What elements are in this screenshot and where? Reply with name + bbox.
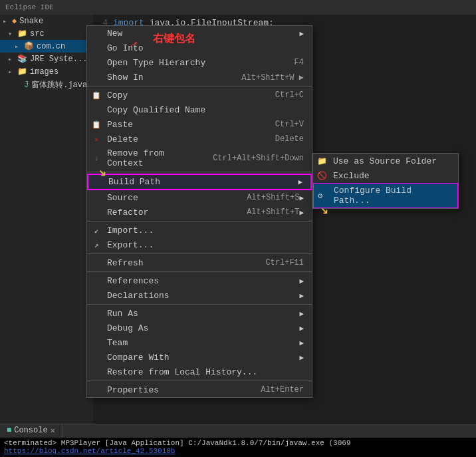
- menu-shortcut-delete: Delete: [275, 134, 304, 144]
- javafile-icon: J: [24, 80, 29, 90]
- console-tab[interactable]: ■ Console ✕: [0, 424, 62, 438]
- menu-item-typehierarchy[interactable]: Open Type Hierarchy F4: [87, 55, 312, 70]
- console-terminated-text: <terminated> MP3Player [Java Application…: [4, 439, 351, 447]
- menu-label-new: New: [107, 29, 299, 39]
- menu-item-export[interactable]: ↗ Export...: [87, 237, 312, 252]
- images-icon: 📁: [17, 67, 27, 76]
- tree-arrow-jre: ▸: [8, 55, 15, 63]
- menu-label-import: Import...: [107, 226, 304, 235]
- menu-shortcut-copy: Ctrl+C: [275, 90, 304, 100]
- menu-arrow-references: ▶: [299, 277, 304, 285]
- paste-icon: 📋: [91, 119, 102, 130]
- menu-arrow-debugas: ▶: [299, 324, 304, 333]
- menu-item-source[interactable]: Source Alt+Shift+S ▶: [87, 190, 312, 205]
- menu-label-properties: Properties: [107, 385, 247, 395]
- sidebar-label-src: src: [30, 29, 45, 39]
- menu-item-gointo[interactable]: Go Into: [87, 41, 312, 55]
- menu-label-delete: Delete: [107, 134, 262, 144]
- removefromcontext-icon: ↓: [91, 153, 102, 164]
- menu-item-refresh[interactable]: Refresh Ctrl+F11: [87, 255, 312, 270]
- menu-sep-5: [87, 271, 312, 272]
- menu-arrow-declarations: ▶: [299, 291, 304, 300]
- menu-arrow-source: ▶: [299, 194, 304, 202]
- menu-label-team: Team: [107, 338, 299, 348]
- menu-shortcut-source: Alt+Shift+S: [247, 193, 299, 202]
- sidebar-label-snake: Snake: [19, 17, 43, 26]
- menu-item-paste[interactable]: 📋 Paste Ctrl+V: [87, 117, 312, 132]
- console-link[interactable]: https://blog.csdn.net/article_42.53010b: [4, 447, 175, 455]
- menu-item-runas[interactable]: Run As ▶: [87, 306, 312, 321]
- menu-shortcut-paste: Ctrl+V: [275, 120, 304, 129]
- tree-arrow-images: ▸: [8, 68, 15, 76]
- sidebar-label-comcn: com.cn: [37, 42, 65, 51]
- tree-arrow-src: ▾: [8, 30, 15, 38]
- delete-icon: ✕: [91, 134, 102, 144]
- menu-label-refactor: Refactor: [107, 208, 233, 218]
- submenu-label-configurebuildpath: Configure Build Path...: [334, 186, 449, 206]
- menu-label-references: References: [107, 276, 299, 286]
- menu-label-removefromcontext: Remove from Context: [107, 148, 199, 168]
- menu-item-team[interactable]: Team ▶: [87, 335, 312, 350]
- sidebar-item-jre[interactable]: ▸ 📚 JRE Syste...: [0, 53, 93, 65]
- menu-item-showin[interactable]: Show In Alt+Shift+W ▶: [87, 70, 312, 84]
- menu-item-removefromcontext[interactable]: ↓ Remove from Context Ctrl+Alt+Shift+Dow…: [87, 146, 312, 170]
- sourcefolder-icon: 📁: [317, 156, 327, 166]
- menu-label-showin: Show In: [107, 73, 228, 82]
- menu-item-refactor[interactable]: Refactor Alt+Shift+T ▶: [87, 205, 312, 220]
- sidebar-label-jre: JRE Syste...: [30, 55, 87, 64]
- menu-item-new[interactable]: New ▶: [87, 26, 312, 41]
- menu-label-paste: Paste: [107, 120, 262, 130]
- menu-item-references[interactable]: References ▶: [87, 273, 312, 288]
- sidebar-item-javafile[interactable]: J 窗体跳转.java: [0, 78, 93, 92]
- submenu-item-exclude[interactable]: 🚫 Exclude: [313, 168, 458, 183]
- submenu-item-configurebuildpath[interactable]: ⚙ Configure Build Path...: [313, 183, 458, 208]
- menu-label-copyqualified: Copy Qualified Name: [107, 105, 304, 115]
- menu-item-declarations[interactable]: Declarations ▶: [87, 288, 312, 303]
- menu-label-typehierarchy: Open Type Hierarchy: [107, 58, 281, 68]
- menu-item-restorelocalhistory[interactable]: Restore from Local History...: [87, 365, 312, 379]
- menu-label-comparewith: Compare With: [107, 353, 299, 363]
- menu-label-refresh: Refresh: [107, 258, 252, 268]
- menu-arrow-refactor: ▶: [299, 208, 304, 217]
- submenu-item-sourcefolder[interactable]: 📁 Use as Source Folder: [313, 154, 458, 168]
- sidebar: ▸ ◆ Snake ▾ 📁 src ▸ 📦 com.cn ▸ 📚 JRE Sys…: [0, 15, 93, 424]
- tree-arrow-comcn: ▸: [15, 43, 21, 51]
- menu-item-copyqualified[interactable]: Copy Qualified Name: [87, 102, 312, 117]
- menu-item-debugas[interactable]: Debug As ▶: [87, 321, 312, 335]
- menu-item-delete[interactable]: ✕ Delete Delete: [87, 132, 312, 146]
- menu-item-comparewith[interactable]: Compare With ▶: [87, 350, 312, 365]
- menu-item-properties[interactable]: Properties Alt+Enter: [87, 382, 312, 397]
- menu-item-copy[interactable]: 📋 Copy Ctrl+C: [87, 88, 312, 102]
- menu-label-copy: Copy: [107, 90, 262, 100]
- menu-label-debugas: Debug As: [107, 323, 299, 333]
- menu-sep-7: [87, 381, 312, 381]
- src-icon: 📁: [17, 29, 27, 39]
- tree-arrow-snake: ▸: [3, 17, 9, 25]
- exclude-icon: 🚫: [317, 171, 327, 181]
- menu-label-declarations: Declarations: [107, 291, 299, 301]
- menu-arrow-comparewith: ▶: [299, 353, 304, 362]
- console-content: <terminated> MP3Player [Java Application…: [0, 438, 476, 457]
- menu-label-restorelocalhistory: Restore from Local History...: [107, 367, 304, 377]
- menu-arrow-buildpath: ▶: [298, 178, 302, 186]
- sidebar-item-images[interactable]: ▸ 📁 images: [0, 65, 93, 78]
- sidebar-item-comcn[interactable]: ▸ 📦 com.cn: [0, 40, 93, 53]
- console-tab-icon: ■: [7, 426, 11, 435]
- console-close-icon[interactable]: ✕: [51, 426, 55, 436]
- menu-item-buildpath[interactable]: Build Path ▶: [87, 174, 312, 190]
- configure-icon: ⚙: [318, 191, 322, 201]
- sidebar-item-snake[interactable]: ▸ ◆ Snake: [0, 15, 93, 27]
- snake-icon: ◆: [12, 16, 17, 26]
- menu-sep-6: [87, 304, 312, 305]
- comcn-icon: 📦: [24, 41, 34, 51]
- menu-shortcut-refresh: Ctrl+F11: [265, 258, 304, 267]
- annotation-text: 右键包名: [153, 32, 195, 46]
- menu-shortcut-properties: Alt+Enter: [261, 385, 304, 394]
- export-icon: ↗: [91, 239, 102, 250]
- menu-shortcut-removefromcontext: Ctrl+Alt+Shift+Down: [213, 154, 304, 163]
- sidebar-label-javafile: 窗体跳转.java: [31, 79, 87, 90]
- console-area: ■ Console ✕ <terminated> MP3Player [Java…: [0, 424, 476, 457]
- menu-item-import[interactable]: ↙ Import...: [87, 223, 312, 237]
- menu-shortcut-showin: Alt+Shift+W ▶: [241, 73, 304, 82]
- sidebar-item-src[interactable]: ▾ 📁 src: [0, 27, 93, 40]
